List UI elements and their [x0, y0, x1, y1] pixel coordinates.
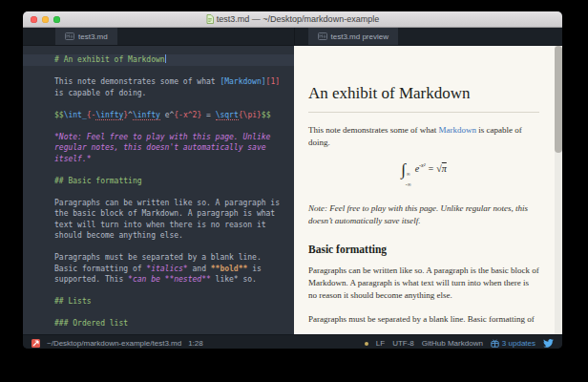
preview-text: Note: Feel free to play with this page. …	[308, 203, 528, 225]
code-segment: {\pi}	[239, 111, 262, 119]
preview-paragraph: Note: Feel free to play with this page. …	[308, 202, 539, 227]
editor-line[interactable]: Paragraphs must be separated by a blank …	[23, 252, 294, 264]
code-segment: ## Lists	[54, 297, 92, 306]
code-segment: [1]	[266, 77, 280, 86]
code-segment: # An exhibit of Markdown	[54, 55, 165, 64]
tab-bar: test3.md test3.md preview	[23, 28, 562, 46]
formula-exponent: -x²	[419, 162, 425, 168]
editor-line[interactable]: ## Lists	[23, 296, 294, 308]
code-segment: $$	[262, 111, 271, 119]
editor-line[interactable]	[23, 98, 294, 110]
markdown-preview-pane: An exhibit of MarkdownThis note demonstr…	[294, 46, 562, 334]
preview-text: Paragraphs must be separated by a blank …	[308, 314, 535, 324]
code-segment: {-	[87, 111, 96, 119]
editor-line[interactable]	[23, 186, 294, 198]
status-bar-right: LF UTF-8 GitHub Markdown 3 updates	[365, 339, 554, 348]
code-segment: regular notes, this doesn't automaticall…	[54, 143, 266, 152]
text-cursor	[165, 54, 166, 63]
editor-line[interactable]: regular notes, this doesn't automaticall…	[23, 142, 294, 154]
editor-line[interactable]: This note demonstrates some of what [Mar…	[23, 76, 294, 88]
document-icon	[206, 14, 214, 24]
markdown-package-status-icon	[32, 339, 40, 348]
status-line-ending[interactable]: LF	[376, 339, 385, 348]
editor-line[interactable]: ## Basic formatting	[23, 176, 294, 187]
code-segment: \int_	[64, 111, 87, 119]
editor-line[interactable]: ### Ordered list	[23, 318, 294, 329]
code-segment: Paragraphs can be written like so. A par…	[54, 199, 280, 207]
editor-line[interactable]: should become anything else.	[23, 230, 294, 242]
status-cursor-position[interactable]: 1:28	[188, 339, 203, 348]
code-segment: Paragraphs must be separated by a blank …	[54, 253, 262, 262]
editor-line[interactable]	[23, 242, 294, 253]
editor-line[interactable]: supported. This *can be **nested** like*…	[23, 274, 294, 286]
close-button[interactable]	[31, 16, 37, 23]
editor-line[interactable]	[23, 286, 294, 297]
rendered-formula: ∫∞-∞e-x² = √π	[308, 160, 539, 187]
editor-line[interactable]: is capable of doing.	[23, 88, 294, 99]
editor-lines: # An exhibit of Markdown This note demon…	[23, 54, 294, 329]
code-segment: *can be **nested**	[128, 275, 211, 284]
titlebar: test3.md — ~/Desktop/markdown-example	[23, 11, 562, 28]
code-segment: should become anything else.	[54, 231, 183, 240]
code-segment: ### Ordered list	[54, 319, 128, 328]
preview-heading: An exhibit of Markdown	[308, 84, 539, 103]
code-segment: e^	[160, 111, 174, 119]
scrollbar-thumb[interactable]	[555, 46, 562, 153]
markdown-preview-icon	[318, 32, 327, 40]
editor-split-view: # An exhibit of Markdown This note demon…	[23, 46, 562, 334]
markdown-link[interactable]: Markdown	[438, 125, 476, 135]
editor-line[interactable]	[23, 308, 294, 319]
editor-pane[interactable]: # An exhibit of Markdown This note demon…	[23, 46, 294, 334]
tab-label: test3.md preview	[331, 32, 388, 41]
preview-paragraph: Paragraphs can be written like so. A par…	[308, 265, 539, 302]
editor-line[interactable]: *Note: Feel free to play with this page.…	[23, 132, 294, 143]
status-updates[interactable]: 3 updates	[491, 339, 536, 348]
editor-line[interactable]: Paragraphs can be written like so. A par…	[23, 198, 294, 209]
code-segment: the basic block of Markdown. A paragraph…	[54, 209, 275, 218]
editor-line[interactable]: # An exhibit of Markdown	[23, 54, 294, 66]
preview-content: An exhibit of MarkdownThis note demonstr…	[294, 46, 562, 326]
status-grammar[interactable]: GitHub Markdown	[422, 339, 483, 348]
preview-paragraph: Paragraphs must be separated by a blank …	[308, 313, 539, 326]
radicand: π	[442, 163, 447, 174]
code-segment: [Markdown]	[220, 77, 265, 86]
twitter-icon[interactable]	[543, 339, 554, 348]
status-encoding[interactable]: UTF-8	[392, 339, 414, 348]
editor-line[interactable]: text will turn into when there is no rea…	[23, 220, 294, 231]
editor-line[interactable]: $$\int_{-\infty}^\infty e^{-x^2} = \sqrt…	[23, 110, 294, 121]
editor-line[interactable]: the basic block of Markdown. A paragraph…	[23, 208, 294, 220]
package-icon	[491, 339, 499, 348]
markdown-file-icon	[65, 32, 74, 40]
atom-window: test3.md — ~/Desktop/markdown-example te…	[23, 11, 562, 349]
editor-line[interactable]: itself.*	[23, 154, 294, 165]
zoom-button[interactable]	[53, 16, 60, 23]
updates-label: 3 updates	[502, 339, 536, 348]
integral-limits: ∞-∞	[406, 171, 411, 187]
code-segment: supported. This	[54, 275, 128, 284]
editor-line[interactable]	[23, 164, 294, 176]
window-title-area: test3.md — ~/Desktop/markdown-example	[23, 11, 562, 27]
code-segment: and	[188, 265, 211, 273]
code-segment: $$	[54, 111, 64, 119]
editor-line[interactable]	[23, 120, 294, 132]
editor-tabstrip: test3.md	[23, 28, 294, 45]
preview-text: An exhibit of Markdown	[308, 84, 471, 102]
preview-scrollbar	[555, 46, 562, 334]
preview-tabstrip: test3.md preview	[294, 28, 563, 45]
editor-line[interactable]	[23, 66, 294, 77]
code-segment: This note demonstrates some of what	[54, 77, 220, 86]
code-segment: *italics*	[146, 265, 187, 273]
code-segment: Basic formatting of	[54, 265, 146, 273]
code-segment: \infty	[133, 111, 160, 120]
preview-heading: Basic formatting	[308, 244, 539, 255]
tab-test3-md-preview[interactable]: test3.md preview	[308, 28, 398, 45]
minimize-button[interactable]	[42, 16, 49, 23]
code-segment: text will turn into when there is no rea…	[54, 221, 266, 229]
code-segment: itself.*	[54, 155, 92, 163]
equals-sign: =	[428, 163, 434, 174]
editor-line[interactable]: Basic formatting of *italics* and **bold…	[23, 264, 294, 275]
status-file-path[interactable]: ~/Desktop/markdown-example/test3.md	[47, 339, 181, 348]
tab-test3-md[interactable]: test3.md	[55, 28, 117, 45]
code-segment: **bold**	[211, 265, 248, 273]
preview-text: Basic formatting	[308, 244, 387, 255]
